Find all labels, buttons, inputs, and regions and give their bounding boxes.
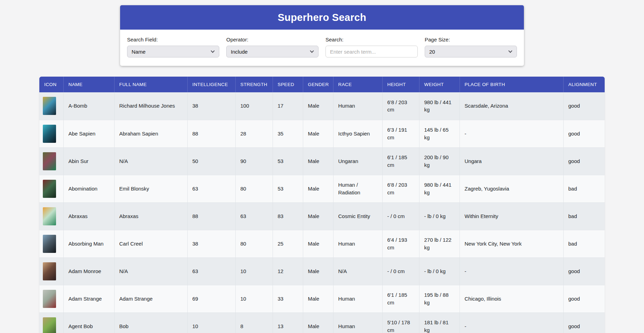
- field-page-size: Page Size: 20: [425, 37, 517, 57]
- field-operator: Operator: Include: [226, 37, 319, 57]
- cell-race: Icthyo Sapien: [333, 120, 382, 147]
- cell-weight: 181 lb / 81 kg: [419, 312, 460, 333]
- cell-intelligence: 63: [187, 175, 235, 202]
- cell-race: Human / Radiation: [333, 175, 382, 202]
- cell-intelligence: 10: [187, 312, 235, 333]
- cell-alignment: good: [563, 257, 605, 285]
- cell-weight: - lb / 0 kg: [419, 202, 460, 230]
- hero-icon: [43, 97, 56, 115]
- column-header-race: RACE: [333, 77, 382, 92]
- hero-icon: [43, 125, 56, 143]
- cell-race: Human: [333, 230, 382, 257]
- cell-icon: [39, 257, 63, 285]
- cell-height: - / 0 cm: [382, 257, 419, 285]
- column-header-name: NAME: [63, 77, 114, 92]
- search-input[interactable]: [325, 46, 418, 57]
- cell-speed: 12: [273, 257, 303, 285]
- cell-weight: - lb / 0 kg: [419, 257, 460, 285]
- search-field-select[interactable]: Name: [127, 46, 219, 57]
- hero-icon: [43, 235, 56, 253]
- table-row: Adam StrangeAdam Strange691033MaleHuman6…: [39, 285, 605, 312]
- cell-place_of_birth: -: [460, 257, 563, 285]
- cell-height: - / 0 cm: [382, 202, 419, 230]
- column-header-speed: SPEED: [273, 77, 303, 92]
- operator-label: Operator:: [226, 37, 319, 42]
- cell-race: N/A: [333, 257, 382, 285]
- cell-weight: 270 lb / 122 kg: [419, 230, 460, 257]
- cell-gender: Male: [303, 257, 333, 285]
- cell-race: Human: [333, 92, 382, 120]
- cell-full_name: N/A: [114, 147, 187, 175]
- table-header-row: ICONNAMEFULL NAMEINTELLIGENCESTRENGTHSPE…: [39, 77, 605, 92]
- cell-full_name: Emil Blonsky: [114, 175, 187, 202]
- column-header-weight: WEIGHT: [419, 77, 460, 92]
- cell-speed: 53: [273, 175, 303, 202]
- cell-weight: 980 lb / 441 kg: [419, 92, 460, 120]
- cell-intelligence: 38: [187, 230, 235, 257]
- cell-full_name: Richard Milhouse Jones: [114, 92, 187, 120]
- cell-weight: 145 lb / 65 kg: [419, 120, 460, 147]
- cell-alignment: bad: [563, 175, 605, 202]
- hero-icon: [43, 152, 56, 170]
- cell-gender: Male: [303, 312, 333, 333]
- cell-icon: [39, 230, 63, 257]
- cell-icon: [39, 175, 63, 202]
- cell-height: 6'1 / 185 cm: [382, 285, 419, 312]
- cell-icon: [39, 92, 63, 120]
- cell-strength: 10: [235, 285, 273, 312]
- cell-intelligence: 69: [187, 285, 235, 312]
- page-title: Superhero Search: [120, 5, 524, 30]
- cell-name: Abin Sur: [63, 147, 114, 175]
- cell-name: Abomination: [63, 175, 114, 202]
- cell-gender: Male: [303, 285, 333, 312]
- cell-place_of_birth: -: [460, 312, 563, 333]
- cell-gender: Male: [303, 147, 333, 175]
- cell-alignment: good: [563, 312, 605, 333]
- cell-alignment: bad: [563, 230, 605, 257]
- table-body: A-BombRichard Milhouse Jones3810017MaleH…: [39, 92, 605, 333]
- table-row: AbraxasAbraxas886383MaleCosmic Entity- /…: [39, 202, 605, 230]
- page-size-label: Page Size:: [425, 37, 517, 42]
- cell-gender: Male: [303, 230, 333, 257]
- cell-strength: 90: [235, 147, 273, 175]
- cell-alignment: bad: [563, 202, 605, 230]
- cell-intelligence: 63: [187, 257, 235, 285]
- cell-place_of_birth: Ungara: [460, 147, 563, 175]
- table-row: Absorbing ManCarl Creel388025MaleHuman6'…: [39, 230, 605, 257]
- column-header-intelligence: INTELLIGENCE: [187, 77, 235, 92]
- table-row: AbominationEmil Blonsky638053MaleHuman /…: [39, 175, 605, 202]
- cell-full_name: Bob: [114, 312, 187, 333]
- hero-icon: [43, 317, 56, 333]
- field-search-field: Search Field: Name: [127, 37, 219, 57]
- page-size-select[interactable]: 20: [425, 46, 517, 57]
- cell-name: A-Bomb: [63, 92, 114, 120]
- search-label: Search:: [325, 37, 418, 42]
- cell-strength: 80: [235, 175, 273, 202]
- results-table: ICONNAMEFULL NAMEINTELLIGENCESTRENGTHSPE…: [39, 77, 605, 333]
- cell-race: Cosmic Entity: [333, 202, 382, 230]
- field-search: Search:: [325, 37, 418, 57]
- cell-height: 6'3 / 191 cm: [382, 120, 419, 147]
- operator-select[interactable]: Include: [226, 46, 319, 57]
- column-header-strength: STRENGTH: [235, 77, 273, 92]
- cell-strength: 10: [235, 257, 273, 285]
- table-row: Abe SapienAbraham Sapien882835MaleIcthyo…: [39, 120, 605, 147]
- cell-full_name: N/A: [114, 257, 187, 285]
- cell-name: Abe Sapien: [63, 120, 114, 147]
- cell-speed: 17: [273, 92, 303, 120]
- cell-height: 6'8 / 203 cm: [382, 92, 419, 120]
- cell-strength: 100: [235, 92, 273, 120]
- cell-intelligence: 50: [187, 147, 235, 175]
- cell-height: 5'10 / 178 cm: [382, 312, 419, 333]
- cell-speed: 25: [273, 230, 303, 257]
- cell-alignment: good: [563, 147, 605, 175]
- cell-alignment: good: [563, 120, 605, 147]
- cell-alignment: good: [563, 92, 605, 120]
- column-header-icon: ICON: [39, 77, 63, 92]
- cell-height: 6'8 / 203 cm: [382, 175, 419, 202]
- cell-full_name: Abraxas: [114, 202, 187, 230]
- table-row: Adam MonroeN/A631012MaleN/A- / 0 cm- lb …: [39, 257, 605, 285]
- hero-icon: [43, 207, 56, 225]
- cell-speed: 35: [273, 120, 303, 147]
- column-header-place_of_birth: PLACE OF BIRTH: [460, 77, 563, 92]
